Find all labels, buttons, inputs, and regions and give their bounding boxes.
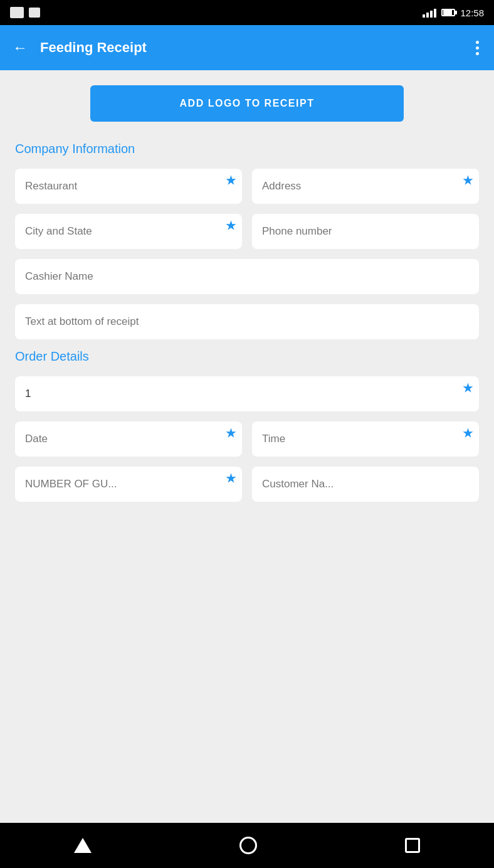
time-field-wrapper: ★ [252,421,479,457]
phone-input[interactable] [252,214,479,249]
row-guests-customer: ★ [15,467,479,502]
restaurant-required-star: ★ [226,174,236,188]
order-details-header: Order Details [15,349,479,364]
restaurant-input[interactable] [15,169,242,204]
phone-field-wrapper [252,214,479,249]
city-state-field-wrapper: ★ [15,214,242,249]
order-details-section: Order Details ★ ★ ★ ★ [15,349,479,502]
company-info-section: Company Information ★ ★ ★ [15,142,479,339]
app-title: Feeding Receipt [40,40,473,56]
message-icon [29,8,40,18]
cashier-field-wrapper [15,259,479,294]
city-state-required-star: ★ [226,219,236,233]
nav-home-button[interactable] [233,830,263,860]
address-required-star: ★ [463,174,473,188]
main-content: ADD LOGO TO RECEIPT Company Information … [0,70,494,823]
back-arrow-icon: ← [13,39,28,56]
time-required-star: ★ [463,426,473,440]
order-number-required-star: ★ [463,381,473,395]
time-input[interactable] [252,421,479,457]
bottom-nav [0,823,494,868]
dot-icon [476,41,479,44]
number-of-guests-input[interactable] [15,467,242,502]
customer-name-field-wrapper [252,467,479,502]
date-field-wrapper: ★ [15,421,242,457]
row-date-time: ★ ★ [15,421,479,457]
customer-name-input[interactable] [252,467,479,502]
date-input[interactable] [15,421,242,457]
address-input[interactable] [252,169,479,204]
status-icons-left [10,7,40,18]
nav-back-button[interactable] [68,832,98,859]
recents-nav-icon [405,838,420,853]
date-required-star: ★ [226,426,236,440]
company-info-header: Company Information [15,142,479,156]
clock: 12:58 [460,8,484,18]
city-state-input[interactable] [15,214,242,249]
more-options-button[interactable] [473,38,481,58]
text-bottom-input[interactable] [15,304,479,339]
nav-recents-button[interactable] [399,832,426,859]
dot-icon [476,52,479,55]
back-button[interactable]: ← [13,39,28,56]
guests-field-wrapper: ★ [15,467,242,502]
status-bar: 12:58 [0,0,494,25]
dot-icon [476,46,479,50]
restaurant-field-wrapper: ★ [15,169,242,204]
address-field-wrapper: ★ [252,169,479,204]
row-restaurant-address: ★ ★ [15,169,479,204]
notification-icon [10,7,24,18]
cashier-name-input[interactable] [15,259,479,294]
add-logo-button[interactable]: ADD LOGO TO RECEIPT [90,85,404,122]
text-bottom-field-wrapper [15,304,479,339]
row-city-phone: ★ [15,214,479,249]
signal-icon [423,8,436,18]
back-nav-icon [74,838,92,853]
guests-required-star: ★ [226,472,236,485]
app-bar: ← Feeding Receipt [0,25,494,70]
home-nav-icon [239,837,257,854]
battery-icon [441,9,455,16]
order-number-field-wrapper: ★ [15,376,479,411]
order-number-input[interactable] [15,376,479,411]
status-right: 12:58 [423,8,484,18]
